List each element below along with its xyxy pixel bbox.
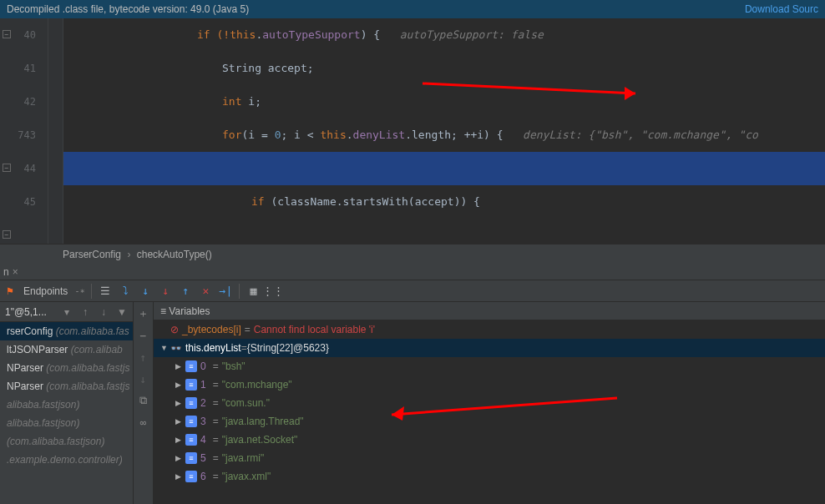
vars-side-toolbar: ＋ − ↑ ↓ ⧉ ∞ [134, 302, 154, 504]
variable-row[interactable]: ▶≡0= "bsh" [154, 357, 825, 375]
annotation-arrow [230, 238, 556, 244]
variable-row[interactable]: ▶≡5= "java.rmi" [154, 449, 825, 467]
stack-frame[interactable]: NParser (com.alibaba.fastjs [0, 359, 133, 377]
show-frames-icon[interactable]: ☰ [99, 285, 112, 298]
down-icon-disabled: ↓ [137, 372, 150, 386]
fold-marker-icon[interactable]: − [3, 230, 11, 239]
member-icon: ≡ [185, 471, 197, 482]
stack-frame[interactable]: alibaba.fastjson) [0, 414, 133, 432]
watches-icon[interactable]: ∞ [137, 416, 150, 429]
debug-tab[interactable]: n [3, 266, 9, 278]
stack-frame[interactable]: alibaba.fastjson) [0, 396, 133, 414]
variable-row-root[interactable]: ▼ 👓 this.denyList = {String[22]@5623} [154, 339, 825, 357]
code-line[interactable]: String accept; [63, 52, 825, 85]
debug-toolbar: ⚑ Endpoints -∗ ☰ ⤵ ↓ ↓ ↑ ✕ →| ▦ ⋮⋮ [0, 280, 825, 302]
fold-gutter: − − − [48, 18, 63, 244]
variables-body[interactable]: ⊘ _bytecodes[i] = Cannot find local vari… [154, 320, 825, 504]
add-watch-icon[interactable]: ＋ [137, 307, 150, 320]
debug-tab-bar: n× [0, 264, 825, 280]
member-icon: ≡ [185, 434, 197, 446]
line-number: 42 [0, 85, 36, 118]
code-line-current[interactable]: for(i = 0; i < this.denyList.length; ++i… [63, 118, 825, 152]
code-line[interactable]: if (className.startsWith(accept)) { [63, 185, 825, 219]
line-gutter: 40 41 42 743 44 45 [0, 18, 48, 244]
editor[interactable]: 40 41 42 743 44 45 − − − if (!this.autoT… [0, 18, 825, 244]
fold-marker-icon[interactable]: − [3, 164, 11, 172]
more-icon[interactable]: ⋮⋮ [266, 285, 280, 298]
variable-row[interactable]: ▶≡2= "com.sun." [154, 394, 825, 412]
fold-marker-icon[interactable]: − [3, 30, 11, 38]
breadcrumb-sep-icon: › [127, 249, 130, 260]
prev-icon[interactable]: ↑ [79, 306, 91, 318]
expand-arrow-icon[interactable]: ▶ [175, 412, 185, 431]
step-into-icon[interactable]: ↓ [139, 285, 152, 298]
stack-frame[interactable]: rserConfig (com.alibaba.fas [0, 322, 133, 340]
stack-frame[interactable]: .example.demo.controller) [0, 451, 133, 469]
filter-icon[interactable]: ▼ [116, 306, 128, 318]
variables-panel: ≡ Variables ⊘ _bytecodes[i] = Cannot fin… [154, 302, 825, 504]
step-over-icon[interactable]: ⤵ [119, 285, 132, 298]
chevron-down-icon[interactable]: ▾ [61, 306, 73, 318]
member-icon: ≡ [185, 397, 197, 409]
variable-row[interactable]: ▶≡6= "javax.xml" [154, 467, 825, 486]
expand-arrow-icon[interactable]: ▶ [175, 467, 185, 486]
next-icon[interactable]: ↓ [98, 306, 109, 318]
variable-row[interactable]: ▶≡4= "java.net.Socket" [154, 431, 825, 449]
member-icon: ≡ [185, 379, 197, 391]
variable-row[interactable]: ▶≡1= "com.mchange" [154, 375, 825, 394]
run-to-cursor-icon[interactable]: →| [219, 285, 232, 298]
stack-frame[interactable]: (com.alibaba.fastjson) [0, 432, 133, 451]
line-number: 743 [0, 118, 36, 152]
banner-text: Decompiled .class file, bytecode version… [7, 0, 249, 18]
watch-error-row[interactable]: ⊘ _bytecodes[i] = Cannot find local vari… [154, 320, 825, 339]
watch-icon: 👓 [170, 339, 182, 357]
up-icon-disabled: ↑ [137, 350, 150, 364]
thread-selector[interactable]: 1"@5,1... [5, 306, 54, 318]
evaluate-icon[interactable]: ▦ [246, 285, 260, 298]
breadcrumb-method[interactable]: checkAutoType() [137, 249, 212, 260]
stack-frame[interactable]: ltJSONParser (com.alibab [0, 340, 133, 359]
expand-arrow-icon[interactable]: ▶ [175, 449, 185, 467]
execution-line-highlight [63, 152, 825, 185]
breadcrumb[interactable]: ParserConfig › checkAutoType() [0, 244, 825, 264]
endpoints-icon[interactable]: ⚑ [3, 285, 17, 298]
line-number: 45 [0, 185, 36, 219]
member-icon: ≡ [185, 360, 197, 372]
copy-icon[interactable]: ⧉ [137, 394, 150, 407]
decompile-banner: Decompiled .class file, bytecode version… [0, 0, 825, 18]
code-line[interactable]: if (!this.autoTypeSupport) { autoTypeSup… [63, 18, 825, 52]
download-sources-link[interactable]: Download Sourc [745, 0, 818, 18]
stack-frame[interactable]: NParser (com.alibaba.fastjs [0, 377, 133, 396]
member-icon: ≡ [185, 416, 197, 427]
code-line[interactable]: int i; [63, 85, 825, 118]
expand-arrow-icon[interactable]: ▼ [160, 339, 170, 357]
expand-arrow-icon[interactable]: ▶ [175, 431, 185, 449]
code-body[interactable]: if (!this.autoTypeSupport) { autoTypeSup… [63, 18, 825, 244]
expand-arrow-icon[interactable]: ▶ [175, 357, 185, 375]
step-out-icon[interactable]: ↑ [179, 285, 192, 298]
force-step-into-icon[interactable]: ↓ [159, 285, 172, 298]
expand-arrow-icon[interactable]: ▶ [175, 394, 185, 412]
error-icon: ⊘ [170, 320, 179, 339]
frames-header: 1"@5,1... ▾ ↑ ↓ ▼ [0, 302, 133, 322]
member-icon: ≡ [185, 452, 197, 464]
close-icon[interactable]: × [13, 266, 18, 278]
debug-lower: 1"@5,1... ▾ ↑ ↓ ▼ rserConfig (com.alibab… [0, 302, 825, 504]
variables-header: ≡ Variables [154, 302, 825, 320]
frames-panel: 1"@5,1... ▾ ↑ ↓ ▼ rserConfig (com.alibab… [0, 302, 134, 504]
variable-row[interactable]: ▶≡3= "java.lang.Thread" [154, 412, 825, 431]
breadcrumb-class[interactable]: ParserConfig [63, 249, 121, 260]
expand-arrow-icon[interactable]: ▶ [175, 375, 185, 394]
drop-frame-icon[interactable]: ✕ [199, 285, 212, 298]
endpoints-label: Endpoints [23, 285, 68, 297]
remove-watch-icon[interactable]: − [137, 329, 150, 342]
line-number: 41 [0, 52, 36, 85]
